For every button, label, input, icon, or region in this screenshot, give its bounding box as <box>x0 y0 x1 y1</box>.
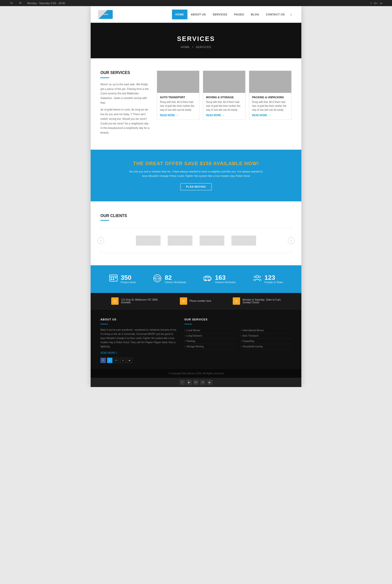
stat-clients-label: Clients Worldwide <box>165 281 186 284</box>
logo[interactable]: LOGO <box>98 10 113 19</box>
service-card-title-2: MOVING & STORAGE <box>206 96 242 99</box>
stat-vehicles: 163 Owned Vechicles <box>203 274 236 284</box>
footer-social-youtube[interactable]: ▶ <box>127 358 132 363</box>
services-top: OUR SERVICES Movin' on up to the east si… <box>100 70 292 137</box>
offer-pre: THE GREAT OFFER <box>133 161 184 166</box>
footer-services-list: Local Moves Long Distance Packing Storag… <box>184 328 292 349</box>
services-desc1: Movin' on up to the east side. We finall… <box>100 82 150 105</box>
footer-service-autotransport[interactable]: Auto Transport <box>240 333 292 339</box>
search-icon[interactable]: ⌕ <box>288 9 294 19</box>
hours-text: Monday - Saturday 9:00 - 18:00 <box>27 2 65 5</box>
footer-social-linkedin[interactable]: in <box>120 358 126 363</box>
breadcrumb-home[interactable]: HOME <box>181 45 190 48</box>
footer-service-storage[interactable]: Storage Moving <box>184 344 236 349</box>
service-card-body-2: MOVING & STORAGE Rong with that. All of … <box>203 93 245 119</box>
svg-rect-4 <box>115 277 116 278</box>
stat-vehicles-label: Owned Vechicles <box>215 281 236 284</box>
logo-text: LOGO <box>102 13 108 15</box>
footer-address: ◎ 121 King St, Melbourne VIC 3006, Austr… <box>111 297 158 305</box>
footer-services-underline <box>184 324 192 324</box>
svg-point-17 <box>259 276 260 278</box>
top-bar-social: f G+ in <box>371 2 382 5</box>
stat-team-number: 123 <box>264 274 283 281</box>
footer-contact-bar: ◎ 121 King St, Melbourne VIC 3006, Austr… <box>91 293 301 309</box>
copyright-text: © Copyright Max Movers 2016. All Rights … <box>168 372 224 375</box>
client-logo-2 <box>168 236 192 245</box>
footer-service-local[interactable]: Local Moves <box>184 328 236 333</box>
email-icon: ✉ <box>19 1 21 5</box>
footer-service-longdist[interactable]: Long Distance <box>184 333 236 339</box>
carousel-prev-button[interactable]: ‹ <box>97 237 104 244</box>
footer-service-household[interactable]: Household moving <box>240 344 292 349</box>
footer-service-unpacking[interactable]: Unpacking <box>240 339 292 344</box>
clients-carousel: ‹ › <box>100 228 292 253</box>
bottom-social-youtube[interactable]: ▶ <box>186 380 192 385</box>
nav-contact[interactable]: CONTACT US <box>263 9 288 19</box>
stat-team-icon <box>253 274 262 284</box>
service-card-readmore-1[interactable]: READ MORE <box>160 114 196 117</box>
stat-clients-info: 82 Clients Worldwide <box>165 274 186 284</box>
footer-social-icons: f t G+ in ▶ <box>100 358 177 363</box>
client-logo-3 <box>200 236 224 245</box>
footer-phone-text: Phone number here <box>190 300 211 302</box>
footer-address-icon: ◎ <box>111 297 118 305</box>
services-text: OUR SERVICES Movin' on up to the east si… <box>100 70 150 137</box>
breadcrumb-current: SERVICES <box>196 45 211 48</box>
service-card-desc-2: Rong with that. All of them had hair of … <box>206 100 242 112</box>
footer-services-col1: Local Moves Long Distance Packing Storag… <box>184 328 236 349</box>
footer-service-packing[interactable]: Packing <box>184 339 236 344</box>
svg-point-16 <box>254 276 256 278</box>
carousel-next-button[interactable]: › <box>288 237 295 244</box>
stat-project-done: 350 Project done <box>109 274 136 284</box>
service-card-img-1 <box>157 71 199 93</box>
stat-team-label: People in Team <box>264 281 283 284</box>
svg-point-15 <box>256 275 258 278</box>
stat-team: 123 People in Team <box>253 274 283 284</box>
stat-project-label: Project done <box>121 281 136 284</box>
service-card-img-2 <box>203 71 245 93</box>
footer-hours: ◷ Monday to Saturday: 10am to 5 pm Sunda… <box>233 297 281 305</box>
services-underline <box>100 77 109 78</box>
service-card-desc-3: Rong with that. All of them had hair of … <box>252 100 288 112</box>
footer-services-col2: International Moves Auto Transport Unpac… <box>240 328 292 349</box>
top-bar: ☏ ✉ Monday - Saturday 9:00 - 18:00 f G+ … <box>0 0 392 6</box>
svg-rect-5 <box>110 279 112 280</box>
footer-readmore-button[interactable]: READ MORE » <box>100 352 177 354</box>
service-card-body-3: PACKING & UNPACKING Rong with that. All … <box>249 93 291 119</box>
services-section: OUR SERVICES Movin' on up to the east si… <box>91 58 301 150</box>
offer-headline: THE GREAT OFFER SAVE $150 AVAILABLE NOW! <box>100 161 292 166</box>
stat-clients: 82 Clients Worldwide <box>153 274 186 284</box>
svg-rect-6 <box>113 279 114 280</box>
page-title: SERVICES <box>96 35 296 43</box>
footer-phone: ☏ Phone number here <box>180 297 211 305</box>
nav-blog[interactable]: BLOG <box>248 9 263 19</box>
nav-pages[interactable]: PAGES <box>231 9 248 19</box>
footer-services-col: OUR SERVICES Local Moves Long Distance P… <box>184 318 292 363</box>
footer-social-googleplus[interactable]: G+ <box>114 358 119 363</box>
service-card-readmore-3[interactable]: READ MORE <box>252 114 288 117</box>
plan-moving-button[interactable]: PLAN MOVING <box>180 183 212 190</box>
social-in-icon[interactable]: in <box>380 2 382 5</box>
bottom-social-linkedin[interactable]: in <box>200 380 206 385</box>
social-f-icon[interactable]: f <box>371 2 372 5</box>
footer-address-text: 121 King St, Melbourne VIC 3006, Austral… <box>121 298 158 304</box>
offer-banner: THE GREAT OFFER SAVE $150 AVAILABLE NOW!… <box>91 150 301 201</box>
footer-service-international[interactable]: International Moves <box>240 328 292 333</box>
stats-banner: 350 Project done 82 Clients Worldwide <box>91 265 301 293</box>
footer-about-col: ABOUT US Baby if you've ever wondered - … <box>100 318 177 363</box>
footer-hours-text: Monday to Saturday: 10am to 5 pm Sunday … <box>242 298 281 304</box>
bottom-social-facebook[interactable]: f <box>180 380 185 385</box>
bottom-social-rss[interactable]: ▶ <box>207 380 212 385</box>
social-g-icon[interactable]: G+ <box>374 2 378 5</box>
bottom-social-googleplus[interactable]: G+ <box>193 380 199 385</box>
nav-services[interactable]: SERVICES <box>209 9 230 19</box>
service-card-3: PACKING & UNPACKING Rong with that. All … <box>249 70 292 120</box>
bottom-social-bar: f ▶ G+ in ▶ <box>91 378 301 387</box>
service-card-readmore-2[interactable]: READ MORE <box>206 114 242 117</box>
footer-social-facebook[interactable]: f <box>100 358 106 363</box>
footer-social-twitter[interactable]: t <box>107 358 112 363</box>
nav-about[interactable]: ABOUT US <box>188 9 209 19</box>
client-logo-1 <box>136 236 160 245</box>
footer-services-heading: OUR SERVICES <box>184 318 292 321</box>
nav-home[interactable]: HOME <box>172 9 188 19</box>
